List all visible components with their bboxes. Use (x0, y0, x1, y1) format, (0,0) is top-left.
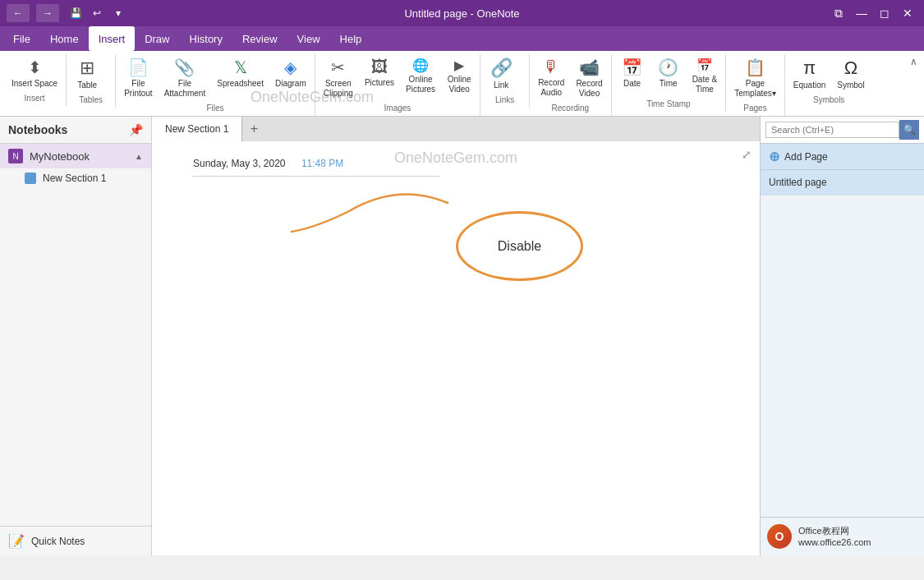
quick-notes-item[interactable]: 📝 Quick Notes (0, 526, 151, 555)
record-video-icon: 📹 (579, 58, 600, 77)
online-video-icon: ▶ (454, 58, 464, 73)
time-button[interactable]: 🕐 Time (651, 54, 686, 92)
menu-history[interactable]: History (180, 26, 232, 51)
ribbon-group-items-symbols: π Equation Ω Symbol (788, 54, 870, 94)
back-button[interactable]: ← (7, 4, 30, 22)
menu-review[interactable]: Review (232, 26, 287, 51)
page-item-label: Untitled page (769, 177, 827, 188)
equation-icon: π (803, 58, 816, 79)
search-button[interactable]: 🔍 (899, 120, 919, 140)
ribbon-group-tables: ⊞ Table Tables (67, 54, 116, 108)
ribbon-group-items-tables: ⊞ Table (70, 54, 112, 94)
customize-dropdown[interactable]: ▾ (108, 4, 128, 22)
diagram-label: Diagram (275, 79, 306, 89)
brand-initial: O (775, 530, 784, 543)
spreadsheet-icon: 𝕏 (234, 58, 247, 77)
page-list-item-untitled[interactable]: Untitled page (761, 170, 924, 196)
maximize-button[interactable]: ◻ (875, 3, 894, 23)
window-title: Untitled page - OneNote (404, 7, 519, 20)
add-page-row[interactable]: ⊕ Add Page (761, 144, 924, 170)
online-video-button[interactable]: ▶ OnlineVideo (442, 54, 476, 98)
ribbon-group-links: 🔗 Link Links (480, 54, 530, 108)
title-bar-left: ← → 💾 ↩ ▾ (7, 4, 128, 22)
equation-button[interactable]: π Equation (788, 54, 830, 94)
spreadsheet-button[interactable]: 𝕏 Spreadsheet (212, 54, 269, 92)
menu-draw[interactable]: Draw (135, 26, 179, 51)
screen-clipping-icon: ✂ (331, 58, 345, 77)
add-section-button[interactable]: + (242, 117, 265, 140)
record-audio-icon: 🎙 (543, 58, 559, 76)
notebook-label: MyNotebook (30, 150, 135, 163)
time-icon: 🕐 (658, 58, 678, 77)
menu-help[interactable]: Help (330, 26, 372, 51)
forward-button[interactable]: → (36, 4, 59, 22)
symbol-label: Symbol (837, 81, 864, 90)
ribbon-collapse-button[interactable]: ∧ (907, 54, 921, 69)
search-bar: 🔍 (761, 117, 924, 144)
files-group-label: Files (119, 102, 311, 116)
tab-new-section-1[interactable]: New Section 1 (152, 117, 242, 141)
notebook-expand-icon: ▲ (135, 152, 143, 161)
online-pictures-button[interactable]: 🌐 OnlinePictures (401, 54, 440, 98)
notebook-mynotebook[interactable]: N MyNotebook ▲ (0, 144, 151, 168)
link-button[interactable]: 🔗 Link (484, 54, 518, 94)
insert-space-label: Insert Space (11, 79, 57, 89)
restore-down-button[interactable]: ⧉ (829, 3, 848, 23)
undo-button[interactable]: ↩ (87, 4, 107, 22)
equation-label: Equation (793, 81, 825, 90)
insert-group-label: Insert (7, 92, 62, 106)
brand-line2: www.office26.com (798, 536, 871, 548)
record-audio-button[interactable]: 🎙 RecordAudio (533, 54, 569, 101)
sidebar: Notebooks 📌 N MyNotebook ▲ New Section 1… (0, 117, 152, 555)
symbols-group-label: Symbols (788, 94, 870, 108)
search-input[interactable] (765, 122, 899, 138)
screen-clipping-button[interactable]: ✂ ScreenClipping (319, 54, 358, 102)
section-new-section-1[interactable]: New Section 1 (0, 168, 151, 188)
record-audio-label: RecordAudio (538, 78, 564, 98)
menu-insert[interactable]: Insert (89, 26, 136, 51)
ribbon: ⬍ Insert Space Insert ⊞ Table Tables 📄 F… (0, 51, 924, 117)
page-templates-label: PageTemplates▾ (734, 79, 776, 99)
page-content: OneNoteGem.com Sunday, May 3, 2020 11:48… (152, 141, 760, 555)
pages-group-label: Pages (729, 102, 781, 116)
annotation-arrow (267, 166, 497, 265)
close-button[interactable]: ✕ (898, 3, 917, 23)
file-attachment-label: FileAttachment (164, 79, 206, 99)
file-attachment-icon: 📎 (174, 58, 195, 77)
pictures-button[interactable]: 🖼 Pictures (360, 54, 399, 91)
online-video-label: OnlineVideo (448, 75, 471, 94)
menu-bar: File Home Insert Draw History Review Vie… (0, 26, 924, 51)
expand-button[interactable]: ⤢ (737, 145, 756, 164)
ribbon-group-items-recording: 🎙 RecordAudio 📹 RecordVideo (533, 54, 608, 102)
quick-notes-label: Quick Notes (31, 536, 85, 547)
minimize-button[interactable]: — (852, 3, 871, 23)
record-video-button[interactable]: 📹 RecordVideo (571, 54, 607, 102)
page-templates-button[interactable]: 📋 PageTemplates▾ (729, 54, 781, 102)
file-attachment-button[interactable]: 📎 FileAttachment (159, 54, 211, 102)
date-button[interactable]: 📅 Date (615, 54, 650, 92)
section-label: New Section 1 (43, 173, 106, 184)
online-pictures-icon: 🌐 (412, 58, 429, 73)
ribbon-group-items-pages: 📋 PageTemplates▾ (729, 54, 781, 102)
time-label: Time (660, 79, 678, 89)
menu-home[interactable]: Home (40, 26, 89, 51)
screen-clipping-label: ScreenClipping (324, 79, 353, 99)
ribbon-group-recording: 🎙 RecordAudio 📹 RecordVideo Recording (530, 54, 612, 116)
save-button[interactable]: 💾 (66, 4, 85, 22)
menu-view[interactable]: View (287, 26, 330, 51)
ribbon-group-files: 📄 FilePrintout 📎 FileAttachment 𝕏 Spread… (116, 54, 315, 116)
menu-file[interactable]: File (3, 26, 40, 51)
add-page-icon: ⊕ (769, 149, 779, 164)
date-time-icon: 📅 (696, 58, 713, 73)
insert-space-button[interactable]: ⬍ Insert Space (7, 54, 62, 92)
pictures-label: Pictures (365, 78, 394, 88)
table-icon: ⊞ (80, 58, 94, 79)
table-label: Table (77, 81, 97, 90)
record-video-label: RecordVideo (576, 79, 602, 99)
date-time-button[interactable]: 📅 Date &Time (687, 54, 723, 98)
file-printout-button[interactable]: 📄 FilePrintout (119, 54, 157, 102)
table-button[interactable]: ⊞ Table (70, 54, 104, 94)
symbol-button[interactable]: Ω Symbol (832, 54, 869, 94)
pin-icon[interactable]: 📌 (129, 123, 143, 136)
diagram-button[interactable]: ◈ Diagram (270, 54, 311, 92)
